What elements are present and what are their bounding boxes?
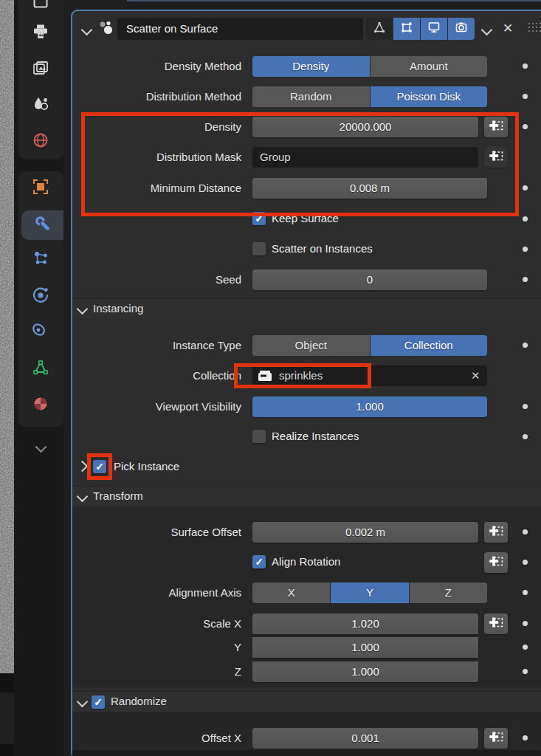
tab-scene-properties[interactable] xyxy=(24,91,57,120)
distribution-method-option-poisson[interactable]: Poisson Disk xyxy=(371,86,488,107)
tab-object-properties[interactable] xyxy=(24,173,57,203)
align-rotation-checkbox[interactable]: ✓ xyxy=(252,555,266,568)
realize-instances-checkbox[interactable] xyxy=(252,430,266,443)
decorator-dot[interactable] xyxy=(523,590,528,595)
output-properties-icon xyxy=(32,23,49,44)
scale-x-label: Scale X xyxy=(72,614,241,634)
chevron-down-icon xyxy=(77,696,89,708)
surface-offset-value-field[interactable]: 0.002 m xyxy=(252,522,478,543)
decorator-dot[interactable] xyxy=(523,735,528,740)
modifier-name-input[interactable]: Scatter on Surface xyxy=(117,18,363,40)
decorator-dot[interactable] xyxy=(523,94,528,99)
decorator-dot[interactable] xyxy=(523,645,528,650)
tab-constraint-properties[interactable] xyxy=(24,318,57,348)
density-method-option-amount[interactable]: Amount xyxy=(371,56,488,77)
tab-modifier-properties[interactable] xyxy=(21,210,63,240)
scatter-on-instances-checkbox[interactable] xyxy=(252,242,266,255)
alignment-axis-option-y[interactable]: Y xyxy=(331,583,408,603)
scale-attribute-toggle-button[interactable] xyxy=(484,614,508,634)
decorator-dot[interactable] xyxy=(523,247,528,252)
decorator-dot[interactable] xyxy=(523,277,528,282)
decorator-dot[interactable] xyxy=(523,404,528,409)
alignment-axis-option-x[interactable]: X xyxy=(252,583,330,603)
viewport-visibility-slider[interactable]: 1.000 xyxy=(252,396,487,417)
seed-value-field[interactable]: 0 xyxy=(252,269,487,290)
check-icon: ✓ xyxy=(252,555,266,568)
object-data-properties-icon xyxy=(32,359,49,379)
monitor-icon xyxy=(427,21,441,37)
alignment-axis-label: Alignment Axis xyxy=(72,583,241,603)
decorator-dot[interactable] xyxy=(523,434,528,439)
instance-type-label: Instance Type xyxy=(72,335,241,356)
tab-view-layer-properties[interactable] xyxy=(24,55,57,85)
surface-offset-attribute-toggle-button[interactable] xyxy=(484,522,508,543)
decorator-dot[interactable] xyxy=(523,343,528,348)
particle-properties-icon xyxy=(32,250,49,270)
render-display-toggle-button[interactable] xyxy=(448,18,475,40)
decorator-dot[interactable] xyxy=(523,124,528,129)
tab-render-properties[interactable] xyxy=(24,0,57,19)
modifier-properties-icon xyxy=(34,215,52,236)
decorator-dot[interactable] xyxy=(523,185,528,190)
instance-type-option-collection[interactable]: Collection xyxy=(371,335,488,356)
geometry-nodes-icon xyxy=(97,19,115,40)
panel-expand-chevron[interactable] xyxy=(81,24,93,36)
camera-icon xyxy=(455,21,468,37)
alignment-axis-option-z[interactable]: Z xyxy=(410,583,487,603)
pick-instance-expand-chevron[interactable] xyxy=(77,461,89,472)
offset-x-attribute-toggle-button[interactable] xyxy=(484,728,508,749)
delete-modifier-button[interactable]: ✕ xyxy=(503,18,513,40)
instance-type-option-object[interactable]: Object xyxy=(252,335,370,356)
tab-object-data-properties[interactable] xyxy=(24,354,57,384)
scale-z-value-field[interactable]: 1.000 xyxy=(252,662,478,682)
collection-label: Collection xyxy=(72,365,241,386)
decorator-dot[interactable] xyxy=(523,669,528,674)
scatter-on-instances-label: Scatter on Instances xyxy=(272,241,373,256)
tabs-overflow-chevron[interactable] xyxy=(24,432,57,461)
scale-x-value-field[interactable]: 1.020 xyxy=(252,614,478,634)
randomize-section-header[interactable]: ✓ Randomize xyxy=(72,691,541,712)
offset-x-value-field[interactable]: 0.001 xyxy=(252,728,478,749)
on-cage-icon xyxy=(400,21,413,37)
tab-particle-properties[interactable] xyxy=(24,245,57,275)
edit-mode-toggle-button[interactable] xyxy=(366,18,393,40)
density-method-label: Density Method xyxy=(72,56,241,77)
instancing-section-title: Instancing xyxy=(93,302,143,315)
modifier-display-toggles xyxy=(366,18,475,40)
tab-material-properties[interactable] xyxy=(24,391,57,420)
view-layer-properties-icon xyxy=(32,60,49,80)
render-properties-icon xyxy=(32,0,49,15)
decorator-dot[interactable] xyxy=(523,216,528,221)
physics-properties-icon xyxy=(32,286,49,306)
blender-properties-editor: Scatter on Surface ✕ Density Method xyxy=(0,0,541,756)
instancing-section-header[interactable]: Instancing xyxy=(72,298,541,319)
input-attribute-icon xyxy=(489,729,503,747)
material-properties-icon xyxy=(32,395,49,416)
modifier-extras-chevron[interactable] xyxy=(481,24,493,36)
tab-world-properties[interactable] xyxy=(24,127,57,157)
chevron-down-icon xyxy=(35,441,46,453)
edit-mode-icon xyxy=(373,21,386,37)
align-rotation-attribute-toggle-button[interactable] xyxy=(484,552,508,573)
randomize-checkbox[interactable]: ✓ xyxy=(92,695,105,709)
decorator-dot[interactable] xyxy=(523,621,528,626)
realtime-display-toggle-button[interactable] xyxy=(421,18,447,40)
pick-instance-label: Pick Instance xyxy=(114,459,179,474)
decorator-dot[interactable] xyxy=(523,529,528,535)
input-attribute-icon xyxy=(489,523,503,541)
randomize-section-title: Randomize xyxy=(111,695,167,707)
transform-section-header[interactable]: Transform xyxy=(72,486,541,506)
tab-output-properties[interactable] xyxy=(24,18,57,48)
collection-clear-button[interactable]: ✕ xyxy=(471,369,480,382)
distribution-method-option-random[interactable]: Random xyxy=(252,86,370,107)
scale-y-value-field[interactable]: 1.000 xyxy=(252,637,478,658)
chevron-down-icon xyxy=(77,303,89,315)
offset-x-label: Offset X xyxy=(72,728,241,749)
on-cage-toggle-button[interactable] xyxy=(393,18,420,40)
decorator-dot[interactable] xyxy=(523,560,528,565)
modifier-drag-handle[interactable] xyxy=(528,23,541,32)
tab-physics-properties[interactable] xyxy=(24,281,57,311)
decorator-dot[interactable] xyxy=(523,63,528,69)
scene-properties-icon xyxy=(32,95,49,116)
density-method-option-density[interactable]: Density xyxy=(252,56,370,77)
